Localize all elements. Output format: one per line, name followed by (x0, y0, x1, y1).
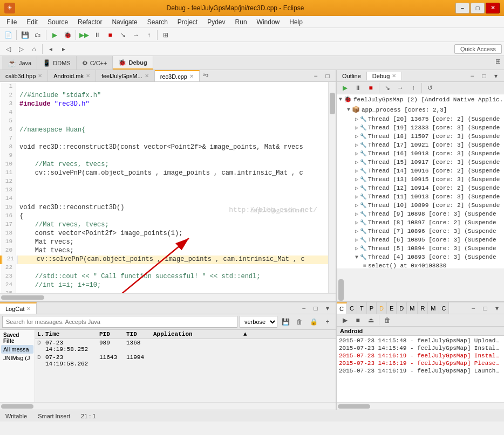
tab-m1[interactable]: M (407, 302, 418, 314)
open-perspective[interactable]: ⊞ (160, 30, 172, 40)
menu-edit[interactable]: Edit (22, 17, 42, 27)
debug-step-return[interactable]: ↑ (407, 82, 419, 93)
tab-rec3D-close[interactable]: ✕ (189, 73, 194, 79)
tab-android-mk-close[interactable]: ✕ (86, 73, 90, 79)
debug-step-into[interactable]: ↘ (382, 82, 393, 93)
tree-stack-frame-0[interactable]: ≡select() at 0x40108830 (337, 261, 504, 268)
tab-calib3d[interactable]: calib3d.hpp ✕ (0, 70, 48, 81)
tab-c3[interactable]: C (439, 302, 449, 314)
tree-app-process[interactable]: ▼📦app_process [cores: 2,3] (337, 105, 504, 115)
menu-file[interactable]: File (2, 17, 21, 27)
tab-calib3d-close[interactable]: ✕ (38, 73, 42, 79)
tab-c2[interactable]: C (347, 302, 357, 314)
debug-panel-minimize[interactable]: − (466, 71, 478, 81)
forward-button[interactable]: ▷ (15, 44, 27, 54)
tree-thread-6[interactable]: ▷🔧Thread [6] 10895 [core: 3] (Suspende (337, 236, 504, 244)
tab-c1[interactable]: C (337, 302, 347, 314)
logcat-menu[interactable]: ▾ (322, 303, 333, 314)
next-edit[interactable]: ▸ (58, 44, 70, 54)
terminate-button[interactable]: ■ (104, 30, 116, 40)
tab-debug[interactable]: Debug ✕ (367, 72, 402, 80)
tree-thread-13[interactable]: ▷🔧Thread [13] 10915 [core: 3] (Suspende (337, 175, 504, 184)
menu-project[interactable]: Project (173, 17, 202, 27)
tab-overflow[interactable]: »₃ (200, 70, 212, 81)
logcat-minimize[interactable]: − (298, 303, 310, 314)
tree-thread-4[interactable]: ▼🔧Thread [4] 10893 [core: 3] (Suspende (337, 253, 504, 261)
console-hscroll[interactable] (337, 402, 504, 410)
debug-vscrollbar[interactable] (337, 268, 344, 301)
editor-vscrollbar[interactable] (328, 82, 336, 293)
tab-r[interactable]: R (418, 302, 428, 314)
perspective-java[interactable]: ☕ Java (2, 56, 37, 70)
tree-thread-9[interactable]: ▷🔧Thread [9] 10898 [core: 3] (Suspende (337, 210, 504, 218)
tree-thread-18[interactable]: ▷🔧Thread [18] 11507 [core: 3] (Suspende (337, 132, 504, 141)
maximize-button[interactable]: □ (471, 3, 485, 13)
logcat-maximize[interactable]: □ (310, 303, 322, 314)
run-button[interactable]: ▶ (49, 30, 60, 40)
console-min[interactable]: − (467, 303, 479, 314)
console-max[interactable]: □ (479, 303, 491, 314)
console-output[interactable]: 2015-07-23 14:15:48 - feelJulyGpsMap] Up… (337, 336, 504, 402)
tree-thread-8[interactable]: ▷🔧Thread [8] 10897 [core: 2] (Suspende (337, 218, 504, 227)
close-button[interactable]: ✕ (486, 3, 500, 13)
tab-logcat-close[interactable]: ✕ (26, 306, 31, 312)
editor-hscroll-thumb[interactable] (1, 295, 44, 300)
tree-thread-12[interactable]: ▷🔧Thread [12] 10914 [core: 2] (Suspende (337, 184, 504, 192)
logcat-save[interactable]: 💾 (280, 316, 291, 327)
menu-navigate[interactable]: Navigate (107, 17, 141, 27)
minimize-button[interactable]: − (455, 3, 469, 13)
console-tb1[interactable]: ▶ (339, 315, 351, 326)
menu-source[interactable]: Source (43, 17, 72, 27)
filter-jnimsg[interactable]: JNIMsg (J (1, 354, 33, 362)
tab-e[interactable]: E (387, 302, 397, 314)
console-hscroll-thumb[interactable] (338, 404, 370, 409)
console-clear[interactable]: 🗑 (382, 315, 393, 326)
debug-step-over[interactable]: → (394, 82, 406, 93)
tree-thread-5[interactable]: ▷🔧Thread [5] 10894 [core: 3] (Suspende (337, 244, 504, 253)
debug-refresh[interactable]: ↺ (424, 82, 436, 93)
tab-debug-close[interactable]: ✕ (392, 73, 396, 79)
tab-rec3D[interactable]: rec3D.cpp ✕ (155, 70, 200, 81)
menu-run[interactable]: Run (231, 17, 251, 27)
logcat-hscroll-thumb[interactable] (1, 404, 33, 409)
debug-resume[interactable]: ▶ (339, 82, 351, 93)
tree-thread-10[interactable]: ▷🔧Thread [10] 10899 [core: 2] (Suspende (337, 201, 504, 210)
console-tb3[interactable]: ⏏ (365, 315, 377, 326)
debug-panel-maximize[interactable]: □ (478, 71, 490, 81)
debug-suspend[interactable]: ⏸ (352, 82, 364, 93)
logcat-row-1[interactable]: D 07-23 14:19:58.252 989 1368 (35, 339, 336, 354)
tab-feelJuly[interactable]: feelJulyGpsM... ✕ (96, 70, 155, 81)
perspective-ddms[interactable]: 📱 DDMS (37, 56, 76, 70)
debug-vscroll-thumb[interactable] (338, 279, 344, 301)
save-all-button[interactable]: 🗂 (32, 30, 44, 40)
tab-t[interactable]: T (357, 302, 367, 314)
tree-thread-20[interactable]: ▷🔧Thread [20] 13675 [core: 2] (Suspende (337, 115, 504, 123)
tab-m2[interactable]: M (428, 302, 439, 314)
tree-root[interactable]: ▼🐞feelJulyGpsMap (2) [Android Native App… (337, 94, 504, 105)
perspective-cpp[interactable]: ⚙ C/C++ (77, 56, 113, 70)
tab-p[interactable]: P (367, 302, 377, 314)
perspective-debug[interactable]: 🐞 Debug (113, 56, 153, 70)
open-perspective-button[interactable]: ⊞ (492, 56, 504, 67)
menu-search[interactable]: Search (143, 17, 172, 27)
debug-terminate[interactable]: ■ (365, 82, 377, 93)
logcat-row-2[interactable]: D 07-23 14:19:58.262 11643 11994 (35, 354, 336, 368)
resume-button[interactable]: ▶▶ (78, 30, 90, 40)
code-scroll[interactable]: 12//#include "stdafx.h"3#include "rec3D.… (0, 82, 328, 293)
editor-hscroll[interactable] (0, 293, 336, 301)
tree-thread-17[interactable]: ▷🔧Thread [17] 10921 [core: 3] (Suspende (337, 141, 504, 149)
tab-outline[interactable]: Outline (337, 72, 367, 80)
quick-access-button[interactable]: Quick Access (454, 44, 502, 54)
filter-all-messages[interactable]: All messa (1, 345, 33, 354)
editor-minimize[interactable]: − (310, 71, 322, 81)
logcat-search-input[interactable] (2, 316, 237, 328)
suspend-button[interactable]: ⏸ (91, 30, 103, 40)
tab-d2[interactable]: D (397, 302, 407, 314)
logcat-clear[interactable]: 🗑 (294, 316, 305, 327)
menu-refactor[interactable]: Refactor (73, 17, 106, 27)
editor-vscroll-thumb[interactable] (330, 93, 335, 114)
tree-thread-19[interactable]: ▷🔧Thread [19] 12333 [core: 3] (Suspende (337, 123, 504, 132)
new-button[interactable]: 📄 (2, 30, 14, 40)
save-button[interactable]: 💾 (19, 30, 31, 40)
tree-thread-15[interactable]: ▷🔧Thread [15] 10917 [core: 3] (Suspende (337, 158, 504, 167)
